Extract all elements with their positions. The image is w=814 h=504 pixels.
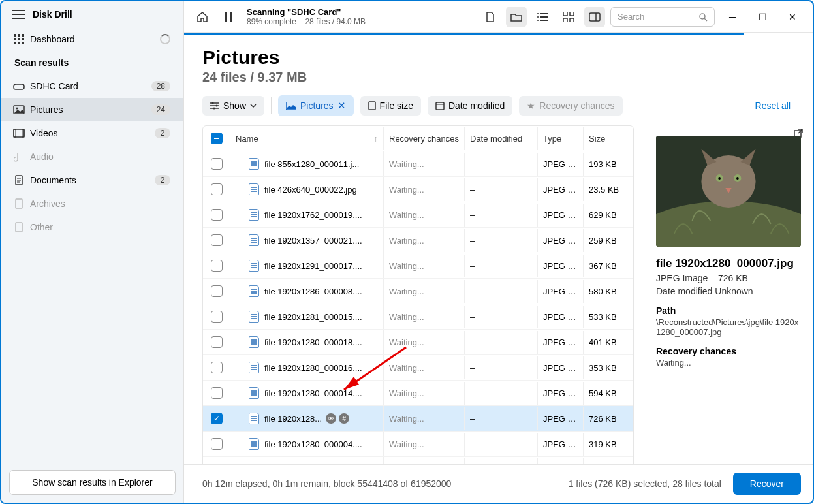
sidebar-item-other[interactable]: Other bbox=[1, 215, 183, 239]
sidebar-item-pictures[interactable]: Pictures 24 bbox=[1, 98, 183, 121]
archives-icon bbox=[13, 198, 25, 210]
row-checkbox[interactable] bbox=[211, 362, 223, 373]
file-name: file 1920x1280_000018.... bbox=[264, 338, 362, 347]
table-row[interactable]: file 1920x1280_000014....Waiting...–JPEG… bbox=[203, 381, 633, 406]
svg-rect-8 bbox=[22, 42, 24, 44]
pause-button[interactable] bbox=[218, 7, 239, 27]
select-all-checkbox[interactable] bbox=[211, 133, 223, 144]
column-size[interactable]: Size bbox=[584, 127, 633, 150]
footer-status: 0h 12m elapsed, 0h 1m remain, block 5544… bbox=[202, 479, 451, 489]
drive-icon bbox=[13, 80, 25, 92]
row-checkbox[interactable] bbox=[211, 336, 223, 348]
column-type[interactable]: Type bbox=[538, 127, 584, 150]
date-cell: – bbox=[465, 255, 538, 277]
file-name: file 1920x128... bbox=[264, 414, 322, 424]
row-checkbox[interactable] bbox=[211, 438, 223, 450]
svg-rect-1 bbox=[18, 34, 20, 37]
svg-point-41 bbox=[216, 105, 218, 107]
close-chip-icon[interactable]: ✕ bbox=[337, 100, 346, 112]
minimize-button[interactable]: ─ bbox=[720, 7, 745, 27]
app-title: Disk Drill bbox=[33, 9, 72, 20]
row-checkbox[interactable] bbox=[211, 158, 223, 170]
preview-icon[interactable]: 👁 bbox=[326, 413, 336, 424]
file-icon bbox=[249, 158, 259, 170]
table-row[interactable]: file 1920x1281_000015....Waiting...–JPEG… bbox=[203, 304, 633, 330]
table-row[interactable]: file 426x640_000022.jpgWaiting...–JPEG I… bbox=[203, 177, 633, 202]
column-date[interactable]: Date modified bbox=[465, 127, 538, 150]
sidebar-item-videos[interactable]: Videos 2 bbox=[1, 121, 183, 145]
pictures-icon bbox=[13, 104, 25, 116]
table-header: Name↑ Recovery chances Date modified Typ… bbox=[202, 125, 634, 151]
close-button[interactable]: ✕ bbox=[780, 7, 805, 27]
row-checkbox[interactable] bbox=[211, 387, 223, 399]
row-checkbox[interactable] bbox=[211, 464, 223, 464]
svg-rect-31 bbox=[563, 18, 567, 22]
date-cell: – bbox=[465, 306, 538, 328]
size-cell: 594 KB bbox=[584, 382, 633, 405]
type-cell: JPEG Im... bbox=[538, 255, 584, 277]
pictures-chip[interactable]: Pictures ✕ bbox=[278, 95, 354, 116]
sidebar-item-sdhc[interactable]: SDHC Card 28 bbox=[1, 74, 183, 98]
dashboard-icon bbox=[13, 33, 25, 45]
row-checkbox[interactable] bbox=[211, 209, 223, 221]
size-cell: 367 KB bbox=[584, 255, 633, 277]
row-checkbox[interactable] bbox=[211, 311, 223, 323]
recovery-chances-chip[interactable]: ★ Recovery chances bbox=[519, 96, 622, 116]
split-view-button[interactable] bbox=[584, 7, 605, 27]
sidebar-item-audio[interactable]: Audio bbox=[1, 145, 183, 168]
table-row[interactable]: file 1920x1280_000002....Waiting...–JPEG… bbox=[203, 457, 633, 464]
row-checkbox[interactable] bbox=[211, 234, 223, 246]
table-row[interactable]: file 1920x1291_000017....Waiting...–JPEG… bbox=[203, 253, 633, 279]
size-cell: 580 KB bbox=[584, 280, 633, 303]
svg-rect-33 bbox=[589, 13, 600, 21]
table-row[interactable]: file 855x1280_000011.j...Waiting...–JPEG… bbox=[203, 151, 633, 177]
table-row[interactable]: file 1920x1762_000019....Waiting...–JPEG… bbox=[203, 202, 633, 228]
search-input[interactable]: Search bbox=[610, 7, 715, 27]
scan-subtitle: 89% complete – 28 files / 94.0 MB bbox=[247, 17, 366, 26]
sidebar-item-dashboard[interactable]: Dashboard bbox=[1, 27, 183, 51]
column-recovery[interactable]: Recovery chances bbox=[384, 127, 465, 150]
show-filter-button[interactable]: Show bbox=[202, 96, 264, 116]
sidebar-item-label: Videos bbox=[30, 128, 58, 138]
svg-point-54 bbox=[718, 177, 721, 180]
recovery-cell: Waiting... bbox=[384, 356, 465, 379]
audio-icon bbox=[13, 151, 25, 163]
menu-icon[interactable] bbox=[12, 10, 25, 19]
sidebar-item-documents[interactable]: Documents 2 bbox=[1, 168, 183, 192]
table-row[interactable]: file 1920x1357_000021....Waiting...–JPEG… bbox=[203, 228, 633, 253]
show-in-explorer-button[interactable]: Show scan results in Explorer bbox=[9, 470, 176, 495]
row-checkbox[interactable] bbox=[211, 260, 223, 272]
grid-view-button[interactable] bbox=[558, 7, 579, 27]
row-checkbox[interactable] bbox=[211, 183, 223, 195]
recovery-cell: Waiting... bbox=[384, 306, 465, 328]
sidebar-item-archives[interactable]: Archives bbox=[1, 192, 183, 215]
recover-button[interactable]: Recover bbox=[733, 473, 801, 495]
reset-all-link[interactable]: Reset all bbox=[755, 101, 794, 111]
home-button[interactable] bbox=[192, 7, 213, 27]
date-cell: – bbox=[465, 204, 538, 227]
file-icon-button[interactable] bbox=[480, 7, 501, 27]
date-modified-chip[interactable]: Date modified bbox=[428, 96, 512, 116]
search-placeholder: Search bbox=[618, 12, 644, 22]
sidebar-section-header: Scan results bbox=[1, 51, 183, 74]
column-name[interactable]: Name↑ bbox=[230, 127, 384, 150]
row-checkbox[interactable]: ✓ bbox=[211, 413, 223, 424]
svg-rect-9 bbox=[14, 84, 24, 89]
folder-view-button[interactable] bbox=[506, 7, 527, 27]
recovery-cell: Waiting... bbox=[384, 280, 465, 303]
type-cell: JPEG Im... bbox=[538, 382, 584, 405]
table-row[interactable]: file 1920x1280_000018....Waiting...–JPEG… bbox=[203, 330, 633, 355]
maximize-button[interactable]: ☐ bbox=[750, 7, 775, 27]
file-name: file 1920x1280_000014.... bbox=[264, 388, 362, 398]
table-row[interactable]: file 1920x1280_000016....Waiting...–JPEG… bbox=[203, 355, 633, 381]
recovery-cell: Waiting... bbox=[384, 255, 465, 277]
file-size-chip[interactable]: File size bbox=[360, 96, 421, 116]
file-name: file 1920x1280_000004.... bbox=[264, 439, 362, 449]
table-row[interactable]: ✓file 1920x128...👁#Waiting...–JPEG Im...… bbox=[203, 406, 633, 432]
table-row[interactable]: file 1920x1286_000008....Waiting...–JPEG… bbox=[203, 279, 633, 304]
table-body[interactable]: file 855x1280_000011.j...Waiting...–JPEG… bbox=[202, 151, 634, 464]
row-checkbox[interactable] bbox=[211, 285, 223, 297]
list-view-button[interactable] bbox=[532, 7, 553, 27]
table-row[interactable]: file 1920x1280_000004....Waiting...–JPEG… bbox=[203, 432, 633, 457]
hex-icon[interactable]: # bbox=[339, 413, 349, 424]
